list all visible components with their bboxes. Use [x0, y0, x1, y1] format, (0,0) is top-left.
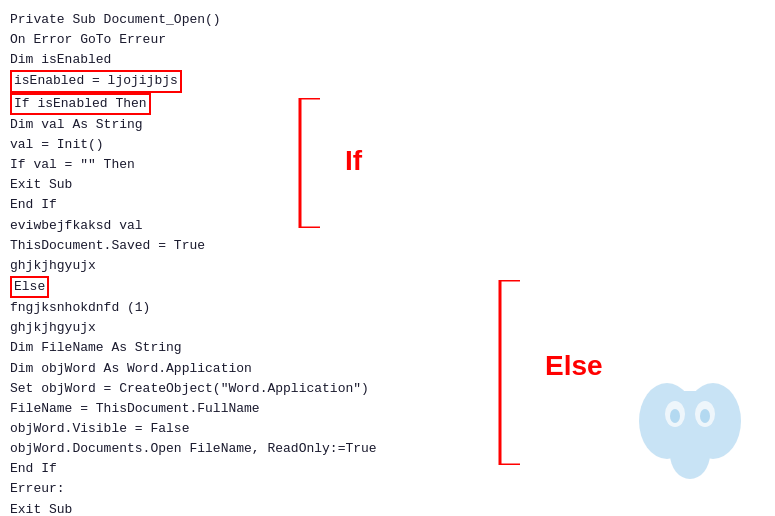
svg-point-6	[670, 409, 680, 423]
code-line: Exit Sub	[10, 500, 500, 516]
code-line: objWord.Documents.Open FileName, ReadOnl…	[10, 439, 500, 459]
code-line: objWord.Visible = False	[10, 419, 500, 439]
code-line: ghjkjhgyujx	[10, 318, 500, 338]
code-line: Dim val As String	[10, 115, 500, 135]
code-line: Dim FileName As String	[10, 338, 500, 358]
code-line: val = Init()	[10, 135, 500, 155]
code-line: On Error GoTo Erreur	[10, 30, 500, 50]
code-line: Dim isEnabled	[10, 50, 500, 70]
if-bracket	[290, 98, 330, 228]
code-line: isEnabled = ljojijbjs	[10, 70, 500, 92]
code-line: End If	[10, 195, 500, 215]
code-line: Dim objWord As Word.Application	[10, 359, 500, 379]
code-line: Erreur:	[10, 479, 500, 499]
code-line: End If	[10, 459, 500, 479]
svg-point-2	[670, 429, 710, 479]
code-line: Set objWord = CreateObject("Word.Applica…	[10, 379, 500, 399]
code-block: Private Sub Document_Open()On Error GoTo…	[10, 10, 500, 516]
code-line: If val = "" Then	[10, 155, 500, 175]
else-bracket	[490, 280, 530, 465]
if-label: If	[345, 145, 362, 177]
code-line: ghjkjhgyujx	[10, 256, 500, 276]
code-line: eviwbejfkaksd val	[10, 216, 500, 236]
svg-point-7	[700, 409, 710, 423]
code-line: Else	[10, 276, 500, 298]
code-line: fngjksnhokdnfd (1)	[10, 298, 500, 318]
code-line: ThisDocument.Saved = True	[10, 236, 500, 256]
malwarebytes-logo	[625, 366, 755, 496]
code-line: Private Sub Document_Open()	[10, 10, 500, 30]
code-line: If isEnabled Then	[10, 93, 500, 115]
code-line: FileName = ThisDocument.FullName	[10, 399, 500, 419]
else-label: Else	[545, 350, 603, 382]
code-line: Exit Sub	[10, 175, 500, 195]
